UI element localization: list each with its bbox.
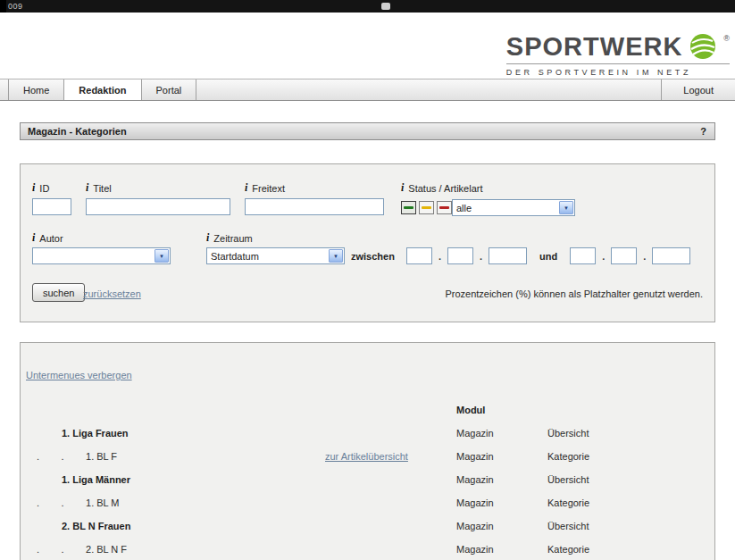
table-row: . . 1. BL F zur Artikelübersicht Magazin… <box>21 445 714 468</box>
freitext-label-group: i Freitext <box>245 182 285 194</box>
brand-divider <box>506 63 730 64</box>
und-label: und <box>539 251 557 262</box>
freitext-label: Freitext <box>252 183 285 194</box>
main-navigation: Home Redaktion Portal Logout <box>0 79 735 101</box>
info-icon[interactable]: i <box>86 183 88 193</box>
info-icon[interactable]: i <box>32 233 35 243</box>
category-name: . . 1. BL M <box>21 497 325 508</box>
date-from-month-input[interactable] <box>447 247 473 264</box>
id-label-group: i ID <box>32 182 49 194</box>
artikelart-select[interactable]: alle ▼ <box>452 199 575 216</box>
info-icon[interactable]: i <box>401 183 404 193</box>
date-separator: . <box>438 251 441 262</box>
info-icon[interactable]: i <box>245 183 247 193</box>
status-yellow-button[interactable] <box>419 201 434 214</box>
search-panel: i ID i Titel i Freitext i Status / Artik… <box>20 163 715 322</box>
info-icon[interactable]: i <box>32 183 35 193</box>
modul-cell: Magazin <box>456 474 547 485</box>
date-separator: . <box>602 251 605 262</box>
status-label: Status / Artikelart <box>408 183 482 194</box>
autor-label-group: i Autor <box>32 232 63 244</box>
category-table: Modul 1. Liga Frauen Magazin Übersicht .… <box>21 398 714 560</box>
tab-portal[interactable]: Portal <box>142 79 197 100</box>
tab-redaktion[interactable]: Redaktion <box>64 79 141 100</box>
date-to-day-input[interactable] <box>570 247 596 264</box>
registered-mark: ® <box>723 34 730 43</box>
date-separator: . <box>480 251 482 262</box>
zeitraum-select[interactable]: Startdatum ▼ <box>206 247 345 264</box>
browser-top-bar: 009 <box>0 0 735 13</box>
id-label: ID <box>39 183 49 194</box>
modul-cell: Magazin <box>456 544 547 555</box>
brand-name: SPORTWERK <box>506 32 683 61</box>
action-cell: Kategorie <box>547 497 714 508</box>
status-filter-group <box>401 201 452 214</box>
date-from-day-input[interactable] <box>406 247 432 264</box>
suchen-button[interactable]: suchen <box>32 283 85 302</box>
chevron-down-icon: ▼ <box>329 249 343 263</box>
table-row: . . 1. BL M Magazin Kategorie <box>21 491 714 514</box>
table-row: . . 2. BL N F Magazin Kategorie <box>21 538 714 560</box>
titel-label-group: i Titel <box>86 182 112 194</box>
topbar-notch <box>381 3 390 10</box>
untermenues-verbergen-link[interactable]: Untermenues verbergen <box>26 370 132 380</box>
category-listing-panel: Untermenues verbergen Modul 1. Liga Frau… <box>20 342 715 560</box>
page-title: Magazin - Kategorien <box>21 126 127 137</box>
wildcard-hint: Prozentzeichen (%) können als Platzhalte… <box>445 288 703 299</box>
category-name: 2. BL N Frauen <box>21 521 325 531</box>
zeitraum-label: Zeitraum <box>213 233 252 244</box>
titel-input[interactable] <box>86 198 230 215</box>
status-red-button[interactable] <box>437 201 452 214</box>
category-name: . . 2. BL N F <box>21 544 325 555</box>
modul-cell: Magazin <box>456 428 547 439</box>
table-header-row: Modul <box>21 398 714 422</box>
app-window: 009 SPORTWERK ® DER SPORTVEREIN IM NETZ … <box>0 0 735 560</box>
date-from-year-input[interactable] <box>489 247 527 264</box>
date-range-group: zwischen . . und . . <box>351 247 690 264</box>
date-to-year-input[interactable] <box>652 247 690 264</box>
page-header: SPORTWERK ® DER SPORTVEREIN IM NETZ <box>0 13 735 79</box>
yellow-status-icon <box>422 206 431 209</box>
action-cell: Übersicht <box>547 521 714 531</box>
table-row: 1. Liga Frauen Magazin Übersicht <box>21 422 714 445</box>
table-row: 2. BL N Frauen Magazin Übersicht <box>21 514 714 538</box>
brand-tagline: DER SPORTVEREIN IM NETZ <box>506 68 730 77</box>
titel-label: Titel <box>93 183 111 194</box>
date-separator: . <box>643 251 646 262</box>
modul-column-header: Modul <box>456 405 547 415</box>
autor-select[interactable]: ▼ <box>32 247 171 264</box>
zeitraum-select-value: Startdatum <box>211 251 259 262</box>
freitext-input[interactable] <box>245 198 384 215</box>
modul-cell: Magazin <box>456 451 547 462</box>
artikelart-select-value: alle <box>456 203 472 213</box>
tab-home[interactable]: Home <box>8 79 64 100</box>
modul-cell: Magazin <box>456 497 547 508</box>
green-status-icon <box>404 206 413 209</box>
logout-link[interactable]: Logout <box>661 79 735 100</box>
status-label-group: i Status / Artikelart <box>401 182 483 194</box>
date-to-month-input[interactable] <box>611 247 637 264</box>
category-name: 1. Liga Männer <box>21 474 325 485</box>
red-status-icon <box>439 206 449 209</box>
zur-artikeluebersicht-link[interactable]: zur Artikelübersicht <box>325 451 408 462</box>
category-name: . . 1. BL F <box>21 451 325 462</box>
zwischen-label: zwischen <box>351 251 395 262</box>
action-cell: Kategorie <box>547 451 714 462</box>
sportwerk-leaf-icon <box>689 32 717 61</box>
section-title-bar: Magazin - Kategorien ? <box>20 122 715 140</box>
brand-block: SPORTWERK ® DER SPORTVEREIN IM NETZ <box>506 32 730 77</box>
chevron-down-icon: ▼ <box>559 201 573 214</box>
topbar-text: 009 <box>8 2 23 11</box>
status-green-button[interactable] <box>401 201 416 214</box>
category-name: 1. Liga Frauen <box>21 428 325 439</box>
chevron-down-icon: ▼ <box>155 249 169 263</box>
action-cell: Übersicht <box>547 428 714 439</box>
table-row: 1. Liga Männer Magazin Übersicht <box>21 468 714 491</box>
action-cell: Übersicht <box>547 474 714 485</box>
zuruecksetzen-link[interactable]: zurücksetzen <box>83 288 141 299</box>
info-icon[interactable]: i <box>206 233 209 243</box>
autor-label: Autor <box>39 233 63 244</box>
id-input[interactable] <box>32 198 71 215</box>
help-icon[interactable]: ? <box>700 126 714 137</box>
modul-cell: Magazin <box>456 521 547 531</box>
